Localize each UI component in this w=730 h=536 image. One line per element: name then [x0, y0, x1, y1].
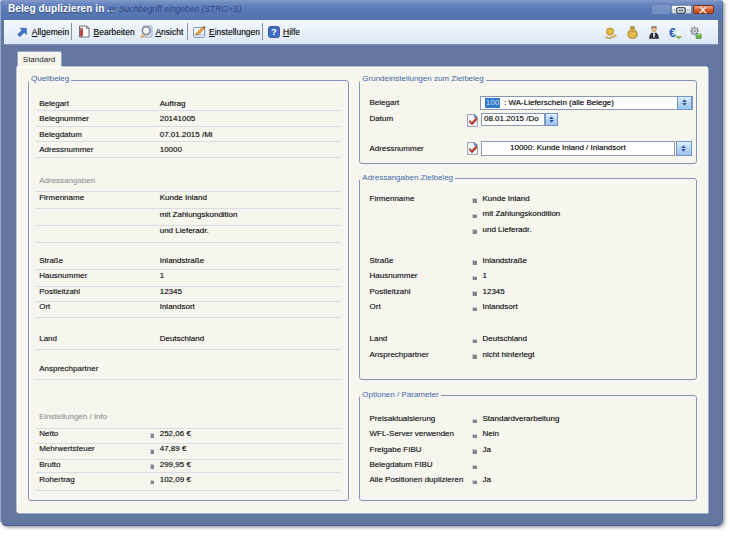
svg-text:?: ? [271, 26, 277, 37]
svg-text:€: € [669, 26, 676, 39]
